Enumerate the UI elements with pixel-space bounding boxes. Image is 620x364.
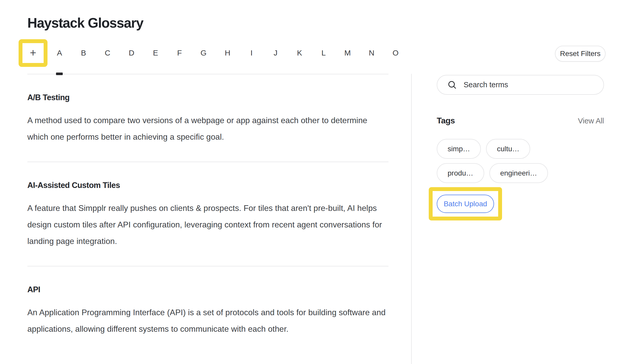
tags-heading: Tags	[437, 116, 455, 125]
glossary-entry: AI-Assisted Custom Tiles A feature that …	[27, 162, 388, 266]
glossary-entry: API An Application Programming Interface…	[27, 266, 388, 354]
letter-link-c[interactable]: C	[96, 49, 120, 57]
glossary-term: API	[27, 285, 388, 294]
tag-pill[interactable]: produ…	[437, 163, 484, 183]
letter-link-i[interactable]: I	[240, 49, 264, 57]
annotation-highlight-batch-upload: Batch Upload	[429, 187, 502, 220]
glossary-list[interactable]: A/B Testing A method used to compare two…	[27, 74, 388, 354]
tag-pill-list: simp… cultu… produ… engineeri…	[437, 139, 581, 183]
letter-link-n[interactable]: N	[360, 49, 384, 57]
filters-sidebar: Tags View All simp… cultu… produ… engine…	[412, 74, 620, 364]
glossary-entry: A/B Testing A method used to compare two…	[27, 74, 388, 162]
letter-link-d[interactable]: D	[120, 49, 144, 57]
glossary-definition: A method used to compare two versions of…	[27, 112, 388, 145]
batch-upload-button[interactable]: Batch Upload	[437, 195, 494, 213]
letter-link-k[interactable]: K	[288, 49, 312, 57]
glossary-main-column: A/B Testing A method used to compare two…	[0, 74, 412, 364]
letter-link-j[interactable]: J	[264, 49, 288, 57]
scrolled-section-letter-peek	[56, 73, 63, 75]
letter-link-o[interactable]: O	[384, 49, 408, 57]
glossary-term: AI-Assisted Custom Tiles	[27, 181, 388, 190]
content-area: A/B Testing A method used to compare two…	[0, 74, 620, 364]
glossary-term: A/B Testing	[27, 93, 388, 102]
search-icon	[448, 80, 457, 90]
glossary-definition: An Application Programming Interface (AP…	[27, 304, 388, 337]
letter-link-m[interactable]: M	[336, 49, 360, 57]
page-title: Haystack Glossary	[27, 15, 143, 31]
letter-link-g[interactable]: G	[192, 49, 216, 57]
letter-link-b[interactable]: B	[71, 49, 96, 57]
letter-links: A B C D E F G H I J K L M N O	[47, 49, 408, 57]
search-input[interactable]	[464, 81, 603, 89]
add-term-button[interactable]: +	[30, 48, 36, 58]
letter-link-l[interactable]: L	[312, 49, 336, 57]
tag-pill[interactable]: engineeri…	[489, 163, 548, 183]
alphabet-nav: + A B C D E F G H I J K L M N O	[19, 39, 408, 67]
letter-link-e[interactable]: E	[144, 49, 168, 57]
tag-pill[interactable]: simp…	[437, 139, 481, 159]
letter-link-a[interactable]: A	[47, 49, 71, 57]
reset-filters-button[interactable]: Reset Filters	[555, 46, 606, 62]
letter-link-f[interactable]: F	[168, 49, 192, 57]
search-box[interactable]	[437, 75, 604, 95]
tag-pill[interactable]: cultu…	[486, 139, 530, 159]
annotation-highlight-add-term: +	[19, 39, 47, 67]
letter-link-h[interactable]: H	[216, 49, 240, 57]
view-all-link[interactable]: View All	[578, 117, 604, 125]
glossary-definition: A feature that Simpplr really pushes on …	[27, 200, 388, 249]
tags-header: Tags View All	[437, 116, 604, 125]
